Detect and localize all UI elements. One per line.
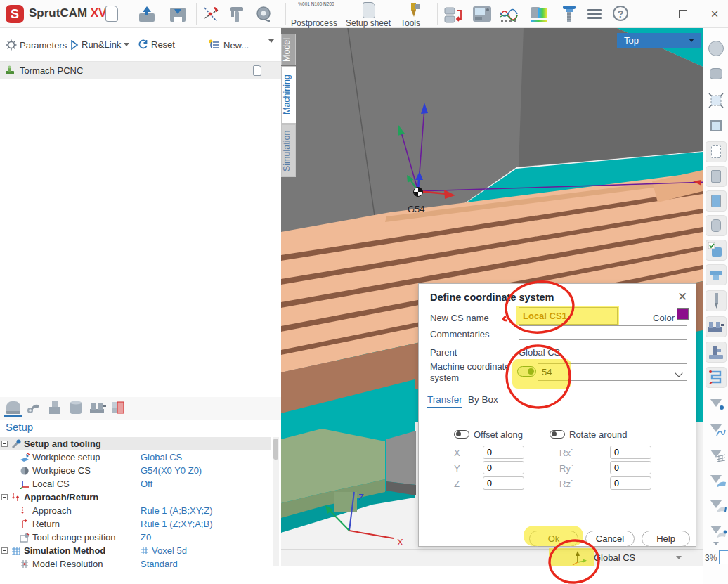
machine-row[interactable]: Tormach PCNC [0, 62, 281, 79]
tools-button[interactable]: Tools [401, 18, 420, 28]
workpiece-stock-tab[interactable] [46, 399, 65, 417]
filter-edge-button[interactable] [706, 493, 727, 514]
shaded-view-button[interactable] [528, 4, 547, 22]
ok-button[interactable]: Ok [529, 531, 578, 547]
open-project-button[interactable] [138, 6, 156, 24]
tree-item-workpiece-setup[interactable]: Workpiece setup Global CS [0, 450, 271, 464]
tool-mill-button[interactable] [706, 290, 727, 311]
part-flange-button[interactable] [706, 264, 727, 285]
minimize-button[interactable]: – [636, 0, 660, 28]
graph-button[interactable] [499, 6, 517, 24]
stock-stepped-blue-button[interactable] [706, 190, 727, 212]
tree-item-tool-change-position[interactable]: Tool change position Z0 [0, 531, 271, 544]
operations-button[interactable] [444, 7, 462, 25]
zoom-input[interactable] [719, 550, 728, 564]
view-selector-dropdown[interactable]: Top [617, 33, 701, 48]
offset-x-input[interactable] [483, 446, 524, 459]
rotary-setup-tab[interactable] [25, 399, 44, 417]
new-cs-name-input[interactable] [519, 307, 618, 325]
rotate-around-toggle[interactable] [550, 430, 565, 439]
stock-dashed-button[interactable] [706, 141, 727, 162]
stock-cylinder-button[interactable] [706, 215, 727, 236]
help-button[interactable]: ? [613, 6, 631, 24]
screw-button[interactable] [561, 4, 579, 22]
toolpath-button[interactable] [706, 367, 727, 388]
tree-item-local-cs[interactable]: Local CS Off [0, 477, 271, 491]
tab-model[interactable]: Model [281, 34, 296, 65]
snap-button[interactable] [202, 6, 221, 24]
chevron-down-icon[interactable] [124, 43, 129, 46]
run-link-button[interactable]: Run&Link [70, 39, 129, 50]
current-cs-label[interactable]: Global CS [594, 552, 635, 563]
collapse-icon[interactable] [1, 547, 8, 554]
filter-surface-point-button[interactable] [706, 519, 727, 540]
filter-point-button[interactable] [706, 392, 727, 413]
stock-stepped-button[interactable] [706, 166, 727, 187]
new-operation-button[interactable]: New... [208, 39, 249, 51]
document-icon[interactable] [253, 65, 261, 76]
setup-sheet-button[interactable]: Setup sheet [346, 18, 391, 28]
collapse-icon[interactable] [1, 441, 8, 447]
select-transform-button[interactable] [706, 90, 727, 111]
shaded-sphere-button[interactable] [706, 38, 727, 59]
collapse-icon[interactable] [1, 494, 8, 500]
filter-dropdown[interactable] [706, 538, 727, 548]
offset-y-input[interactable] [483, 461, 524, 474]
tree-item-approach[interactable]: Approach Rule 1 (A;B;XY;Z) [0, 504, 271, 517]
machine-cs-combobox[interactable] [538, 363, 687, 381]
tree-scrollbar[interactable] [273, 437, 279, 566]
commentaries-input[interactable] [519, 325, 687, 340]
stock-cylinder-icon [711, 219, 721, 232]
close-button[interactable]: × [703, 0, 727, 28]
save-project-button[interactable] [169, 6, 187, 24]
cylinder-stock-tab[interactable] [67, 399, 86, 417]
help-button[interactable]: Help [642, 531, 690, 547]
vise-button[interactable] [706, 316, 727, 337]
chevron-down-icon[interactable] [676, 556, 682, 559]
new-operation-dropdown[interactable] [268, 39, 274, 43]
caliper-button[interactable] [228, 6, 246, 24]
filter-curve-button[interactable] [706, 417, 727, 439]
tree-item-simulation-method[interactable]: Simulation Method Voxel 5d [0, 544, 271, 557]
color-swatch[interactable] [677, 308, 689, 320]
tab-transfer[interactable]: Transfer [427, 394, 462, 408]
part-checked-button[interactable] [706, 240, 727, 261]
parameters-button[interactable]: Parameters [6, 39, 67, 51]
machine-button[interactable] [706, 342, 727, 363]
color-label: Color [653, 313, 675, 323]
tab-by-box[interactable]: By Box [468, 394, 498, 405]
tab-machining[interactable]: Machining [281, 66, 296, 124]
maximize-button[interactable] [671, 0, 695, 28]
vise-setup-tab[interactable] [89, 399, 107, 417]
tree-item-model-resolution[interactable]: Model Resolution Standard [0, 557, 271, 571]
rotate-rx-input[interactable] [610, 446, 651, 459]
menu-button[interactable] [587, 7, 606, 25]
bounding-box-button[interactable] [706, 115, 727, 136]
tree-item-workpiece-cs[interactable]: Workpiece CS G54(X0 Y0 Z0) [0, 464, 271, 477]
new-document-button[interactable] [105, 6, 124, 24]
postprocess-button[interactable]: Postprocess [291, 18, 337, 28]
cancel-button[interactable]: Cancel [585, 531, 635, 547]
chevron-down-icon [268, 39, 274, 43]
cnc-panel-button[interactable] [472, 6, 490, 24]
machine-setup-tab[interactable] [4, 399, 22, 417]
fixture-setup-tab[interactable] [110, 399, 128, 417]
filter-surface-button[interactable] [706, 468, 727, 489]
rotate-ry-input[interactable] [610, 461, 651, 474]
filter-mesh-button[interactable] [706, 443, 727, 464]
coordinate-system-icon[interactable] [571, 550, 587, 566]
offset-along-toggle[interactable] [454, 430, 469, 439]
machine-cs-toggle[interactable] [517, 366, 536, 377]
tree-item-approach-return[interactable]: Approach/Return [0, 491, 271, 504]
scrollbar-thumb[interactable] [273, 439, 278, 460]
machine-name: Tormach PCNC [20, 65, 83, 76]
reset-button[interactable]: Reset [138, 39, 175, 50]
tree-item-return[interactable]: Return Rule 1 (Z;XY;A;B) [0, 517, 271, 531]
solid-part-button[interactable] [706, 63, 727, 84]
tree-item-setup-and-tooling[interactable]: Setup and tooling [0, 437, 271, 450]
offset-z-input[interactable] [483, 476, 524, 490]
rotate-rz-input[interactable] [610, 476, 651, 490]
dialog-close-button[interactable]: ✕ [677, 290, 687, 304]
measure-button[interactable] [254, 6, 273, 24]
tab-simulation[interactable]: Simulation [281, 124, 296, 177]
